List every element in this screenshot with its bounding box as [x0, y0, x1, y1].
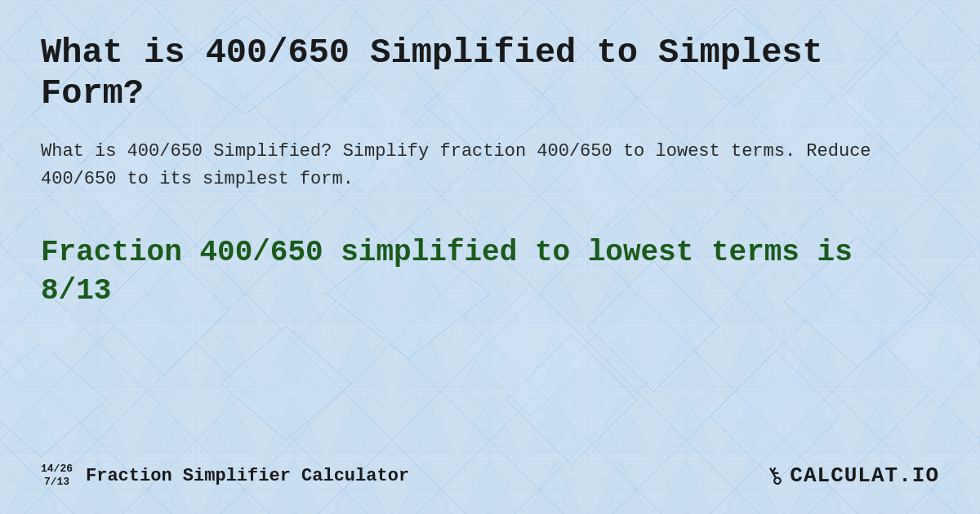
result-heading: Fraction 400/650 simplified to lowest te…: [41, 234, 939, 311]
page-title: What is 400/650 Simplified to Simplest F…: [41, 33, 939, 115]
fraction-top: 14/26: [41, 463, 73, 476]
key-icon: ⚷: [760, 459, 789, 492]
footer-fraction: 14/26 7/13: [41, 463, 73, 488]
page-description: What is 400/650 Simplified? Simplify fra…: [41, 138, 939, 193]
fraction-bottom: 7/13: [44, 476, 69, 489]
brand-logo: ⚷ CALCULAT.IO: [766, 462, 939, 490]
result-section: Fraction 400/650 simplified to lowest te…: [41, 234, 939, 311]
brand-name: CALCULAT.IO: [790, 463, 939, 488]
footer-calculator-label: Fraction Simplifier Calculator: [86, 466, 409, 486]
footer: 14/26 7/13 Fraction Simplifier Calculato…: [41, 462, 939, 490]
